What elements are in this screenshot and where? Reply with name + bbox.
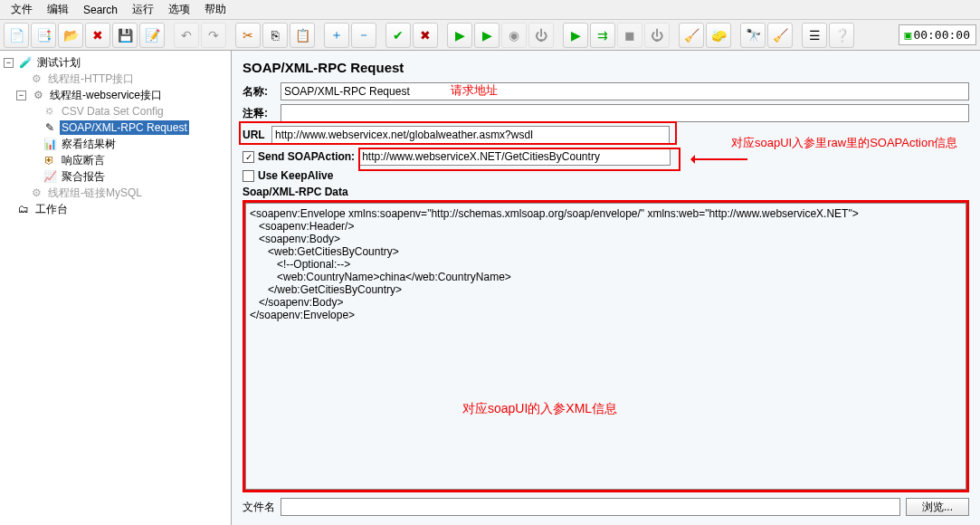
search-button[interactable]: 🔭 xyxy=(740,23,766,48)
stop-button: ◉ xyxy=(501,23,527,48)
file-input[interactable] xyxy=(281,498,900,516)
panel-title: SOAP/XML-RPC Request xyxy=(243,60,969,75)
templates-button[interactable]: 📑 xyxy=(31,23,56,48)
expand-button[interactable]: ＋ xyxy=(324,23,349,48)
start-no-pause-icon: ▶ xyxy=(482,28,492,43)
annotation-body: 对应soapUI的入参XML信息 xyxy=(462,401,617,417)
use-keepalive-label: Use KeepAlive xyxy=(258,169,333,182)
help-icon: ❔ xyxy=(834,28,850,43)
tree-thread-group-webservice[interactable]: − ⚙ 线程组-webservice接口 xyxy=(0,87,231,103)
url-input[interactable] xyxy=(271,126,670,144)
start-icon: ▶ xyxy=(455,28,465,43)
menu-search[interactable]: Search xyxy=(76,2,125,18)
workbench-icon: 🗂 xyxy=(16,202,31,216)
start-button[interactable]: ▶ xyxy=(447,23,472,48)
disable-button[interactable]: ✖ xyxy=(413,23,438,48)
tree-view-results-tree[interactable]: 📊 察看结果树 xyxy=(0,136,231,152)
sampler-icon: ✎ xyxy=(43,120,57,135)
data-label: Soap/XML-RPC Data xyxy=(243,186,969,198)
send-soapaction-checkbox[interactable]: ✓ xyxy=(243,151,254,163)
remote-exit-icon: ⏻ xyxy=(651,28,663,43)
content-pane: SOAP/XML-RPC Request 名称: 请求地址 注释: URL ✓ … xyxy=(232,51,980,525)
menu-edit[interactable]: 编辑 xyxy=(40,0,76,19)
open-button[interactable]: 📂 xyxy=(58,23,83,48)
soapaction-input[interactable] xyxy=(358,148,671,166)
browse-button[interactable]: 浏览... xyxy=(906,498,969,516)
collapse-button[interactable]: － xyxy=(351,23,376,48)
close-button[interactable]: ✖ xyxy=(85,23,110,48)
clear-button[interactable]: 🧹 xyxy=(679,23,704,48)
menubar: 文件 编辑 Search 运行 选项 帮助 xyxy=(0,0,980,20)
tree-thread-group-mysql[interactable]: ⚙ 线程组-链接MySQL xyxy=(0,185,231,201)
undo-icon: ↶ xyxy=(181,28,192,43)
paste-icon: 📋 xyxy=(295,28,310,43)
remote-start-button[interactable]: ▶ xyxy=(563,23,588,48)
listener-icon: 📈 xyxy=(43,169,57,184)
menu-file[interactable]: 文件 xyxy=(4,0,40,19)
tree-pane[interactable]: − 🧪 测试计划 ⚙ 线程组-HTTP接口 − ⚙ 线程组-webservice… xyxy=(0,51,232,525)
name-label: 名称: xyxy=(243,84,281,100)
save-as-button[interactable]: 📝 xyxy=(139,23,165,48)
save-as-icon: 📝 xyxy=(145,28,160,43)
tree-workbench[interactable]: 🗂 工作台 xyxy=(0,201,231,217)
listener-icon: 📊 xyxy=(43,137,57,151)
file-label: 文件名 xyxy=(243,500,275,515)
redo-button: ↷ xyxy=(201,23,226,48)
enable-button[interactable]: ✔ xyxy=(385,23,411,48)
toggle-icon[interactable]: − xyxy=(4,58,14,68)
function-helper-icon: ☰ xyxy=(809,28,821,43)
use-keepalive-checkbox[interactable] xyxy=(243,170,254,182)
remote-stop-icon: ◼ xyxy=(624,28,635,43)
remote-start-icon: ▶ xyxy=(571,28,581,43)
copy-button[interactable]: ⎘ xyxy=(262,23,288,48)
url-label: URL xyxy=(243,129,268,141)
function-helper-button[interactable]: ☰ xyxy=(802,23,827,48)
close-icon: ✖ xyxy=(92,28,103,43)
tree-csv-config[interactable]: ⛭ CSV Data Set Config xyxy=(0,103,231,119)
undo-button: ↶ xyxy=(174,23,199,48)
redo-icon: ↷ xyxy=(208,28,219,43)
tree-thread-group-http[interactable]: ⚙ 线程组-HTTP接口 xyxy=(0,71,231,87)
reset-search-button[interactable]: 🧹 xyxy=(767,23,793,48)
help-button[interactable]: ❔ xyxy=(829,23,854,48)
new-button[interactable]: 📄 xyxy=(4,23,29,48)
comment-input[interactable] xyxy=(281,104,969,122)
tree-soap-request[interactable]: ✎ SOAP/XML-RPC Request xyxy=(0,119,231,136)
expand-icon: ＋ xyxy=(330,27,343,43)
disable-icon: ✖ xyxy=(420,28,431,43)
send-soapaction-label: Send SOAPAction: xyxy=(258,150,355,163)
menu-run[interactable]: 运行 xyxy=(125,0,161,19)
clear-icon: 🧹 xyxy=(684,28,699,43)
menu-help[interactable]: 帮助 xyxy=(197,0,233,19)
name-input[interactable] xyxy=(281,82,969,100)
tree-root[interactable]: − 🧪 测试计划 xyxy=(0,54,231,71)
search-icon: 🔭 xyxy=(746,28,761,43)
toggle-icon[interactable]: − xyxy=(16,91,26,100)
clear-all-button[interactable]: 🧽 xyxy=(706,23,731,48)
tree-aggregate-report[interactable]: 📈 聚合报告 xyxy=(0,168,231,185)
remote-start-all-button[interactable]: ⇉ xyxy=(590,23,615,48)
remote-start-all-icon: ⇉ xyxy=(597,28,608,43)
soap-data-textarea[interactable]: <soapenv:Envelope xmlns:soapenv="http://… xyxy=(245,203,966,490)
stop-icon: ◉ xyxy=(509,28,519,43)
start-no-pause-button[interactable]: ▶ xyxy=(474,23,500,48)
shutdown-icon: ⏻ xyxy=(535,28,547,43)
save-button[interactable]: 💾 xyxy=(112,23,138,48)
tree-response-assertion[interactable]: ⛨ 响应断言 xyxy=(0,152,231,168)
run-timer: ▣00:00:00 xyxy=(899,24,976,45)
thread-group-icon: ⚙ xyxy=(29,72,43,86)
config-icon: ⛭ xyxy=(43,104,57,119)
remote-exit-button: ⏻ xyxy=(644,23,670,48)
comment-label: 注释: xyxy=(243,106,281,121)
paste-button[interactable]: 📋 xyxy=(290,23,315,48)
menu-options[interactable]: 选项 xyxy=(161,0,197,19)
toolbar: 📄 📑 📂 ✖ 💾 📝 ↶ ↷ ✂ ⎘ 📋 ＋ － ✔ ✖ ▶ ▶ ◉ ⏻ ▶ … xyxy=(0,20,980,51)
thread-group-icon: ⚙ xyxy=(29,186,43,200)
remote-stop-button: ◼ xyxy=(617,23,642,48)
open-icon: 📂 xyxy=(63,28,79,43)
copy-icon: ⎘ xyxy=(271,28,279,43)
cut-icon: ✂ xyxy=(243,28,253,43)
new-icon: 📄 xyxy=(9,28,24,43)
cut-button[interactable]: ✂ xyxy=(235,23,261,48)
assertion-icon: ⛨ xyxy=(43,153,57,167)
